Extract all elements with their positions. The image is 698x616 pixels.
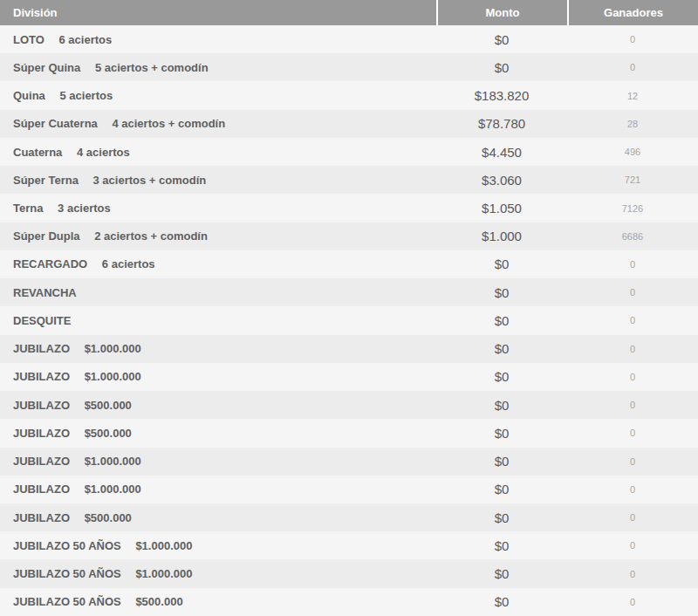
monto-value: $78.780	[436, 116, 567, 131]
ganadores-value: 0	[567, 34, 698, 44]
monto-value: $183.820	[436, 88, 567, 103]
table-row: JUBILAZO $1.000.000 $0 0	[0, 363, 698, 391]
monto-value: $0	[436, 313, 567, 328]
monto-value: $0	[436, 426, 567, 441]
division-name: JUBILAZO	[13, 342, 70, 355]
division-detail: 3 aciertos	[58, 202, 111, 215]
ganadores-value: 0	[567, 540, 698, 551]
ganadores-value: 0	[567, 428, 698, 438]
division-detail: $1.000.000	[135, 567, 192, 580]
division-cell: JUBILAZO $1.000.000	[0, 455, 436, 468]
ganadores-value: 496	[567, 147, 698, 157]
ganadores-value: 0	[567, 597, 698, 607]
ganadores-value: 0	[567, 569, 698, 579]
ganadores-value: 721	[567, 175, 698, 185]
ganadores-value: 0	[567, 287, 698, 298]
monto-value: $0	[436, 341, 567, 356]
division-cell: RECARGADO 6 aciertos	[0, 257, 436, 270]
monto-value: $0	[436, 257, 567, 271]
monto-value: $0	[436, 482, 567, 496]
ganadores-value: 0	[567, 484, 698, 495]
division-name: JUBILAZO 50 AÑOS	[13, 595, 121, 608]
table-row: DESQUITE $0 0	[0, 306, 698, 334]
ganadores-value: 0	[567, 400, 698, 410]
monto-value: $4.450	[436, 145, 567, 160]
division-detail: 5 aciertos	[59, 89, 113, 102]
division-detail: $1.000.000	[85, 370, 141, 383]
table-row: Cuaterna 4 aciertos $4.450 496	[0, 138, 698, 166]
table-body: LOTO 6 aciertos $0 0 Súper Quina 5 acier…	[0, 25, 698, 616]
table-row: Súper Dupla 2 aciertos + comodín $1.000 …	[0, 222, 698, 250]
division-detail: $500.000	[85, 399, 132, 412]
ganadores-value: 0	[567, 315, 698, 325]
ganadores-value: 0	[567, 344, 698, 354]
division-name: Súper Terna	[13, 174, 79, 187]
division-detail: $1.000.000	[85, 483, 141, 496]
division-detail: $1.000.000	[135, 539, 192, 552]
division-name: JUBILAZO	[13, 399, 70, 412]
division-name: Quina	[13, 89, 45, 102]
monto-value: $0	[436, 594, 567, 609]
table-row: REVANCHA $0 0	[0, 278, 698, 306]
division-detail: 4 aciertos + comodín	[112, 117, 225, 130]
division-name: REVANCHA	[13, 286, 77, 299]
table-row: JUBILAZO $500.000 $0 0	[0, 419, 698, 447]
column-header-monto: Monto	[436, 0, 567, 25]
table-row: Súper Quina 5 aciertos + comodín $0 0	[0, 53, 698, 81]
division-name: Súper Cuaterna	[13, 117, 98, 130]
prize-results-table: División Monto Ganadores LOTO 6 aciertos…	[0, 0, 698, 616]
division-cell: LOTO 6 aciertos	[0, 33, 436, 46]
ganadores-value: 0	[567, 259, 698, 270]
division-cell: DESQUITE	[0, 314, 436, 327]
ganadores-value: 0	[567, 456, 698, 467]
table-row: JUBILAZO $500.000 $0 0	[0, 503, 698, 531]
table-row: Súper Terna 3 aciertos + comodín $3.060 …	[0, 166, 698, 194]
division-cell: Quina 5 aciertos	[0, 89, 436, 102]
ganadores-value: 0	[567, 512, 698, 523]
division-name: JUBILAZO 50 AÑOS	[13, 567, 121, 580]
division-cell: Súper Quina 5 aciertos + comodín	[0, 61, 436, 74]
table-row: RECARGADO 6 aciertos $0 0	[0, 250, 698, 278]
monto-value: $0	[436, 510, 567, 525]
division-cell: JUBILAZO $1.000.000	[0, 483, 436, 496]
division-cell: JUBILAZO 50 AÑOS $1.000.000	[0, 567, 436, 580]
column-header-ganadores: Ganadores	[567, 0, 698, 25]
table-row: JUBILAZO $1.000.000 $0 0	[0, 448, 698, 476]
division-cell: JUBILAZO $1.000.000	[0, 370, 436, 383]
monto-value: $0	[436, 538, 567, 553]
division-name: JUBILAZO	[13, 370, 70, 383]
division-name: JUBILAZO	[13, 455, 70, 468]
division-cell: JUBILAZO $500.000	[0, 427, 436, 440]
division-detail: $1.000.000	[85, 455, 141, 468]
monto-value: $1.000	[436, 229, 567, 243]
table-row: LOTO 6 aciertos $0 0	[0, 25, 698, 53]
table-row: JUBILAZO 50 AÑOS $1.000.000 $0 0	[0, 559, 698, 587]
division-detail: 2 aciertos + comodín	[94, 229, 208, 243]
division-detail: 6 aciertos	[102, 257, 155, 270]
table-row: JUBILAZO 50 AÑOS $500.000 $0 0	[0, 588, 698, 616]
division-detail: $500.000	[85, 427, 132, 440]
ganadores-value: 6686	[567, 231, 698, 242]
division-cell: Súper Dupla 2 aciertos + comodín	[0, 229, 436, 243]
table-row: JUBILAZO $1.000.000 $0 0	[0, 335, 698, 363]
division-detail: 5 aciertos + comodín	[95, 61, 209, 74]
division-cell: Terna 3 aciertos	[0, 202, 436, 215]
division-cell: JUBILAZO $500.000	[0, 399, 436, 412]
division-detail: 4 aciertos	[77, 146, 130, 159]
division-cell: JUBILAZO $1.000.000	[0, 342, 436, 355]
division-name: JUBILAZO	[13, 483, 70, 496]
table-row: JUBILAZO $500.000 $0 0	[0, 391, 698, 419]
division-detail: 6 aciertos	[59, 33, 113, 46]
ganadores-value: 12	[567, 91, 698, 101]
table-row: JUBILAZO $1.000.000 $0 0	[0, 476, 698, 503]
column-header-division: División	[0, 0, 436, 25]
monto-value: $0	[436, 398, 567, 413]
division-name: LOTO	[13, 33, 44, 46]
division-cell: JUBILAZO 50 AÑOS $1.000.000	[0, 539, 436, 552]
division-detail: 3 aciertos + comodín	[93, 174, 207, 187]
division-detail: $500.000	[135, 595, 182, 608]
division-cell: JUBILAZO $500.000	[0, 511, 436, 524]
division-cell: JUBILAZO 50 AÑOS $500.000	[0, 595, 436, 608]
monto-value: $1.050	[436, 201, 567, 216]
monto-value: $0	[436, 60, 567, 75]
